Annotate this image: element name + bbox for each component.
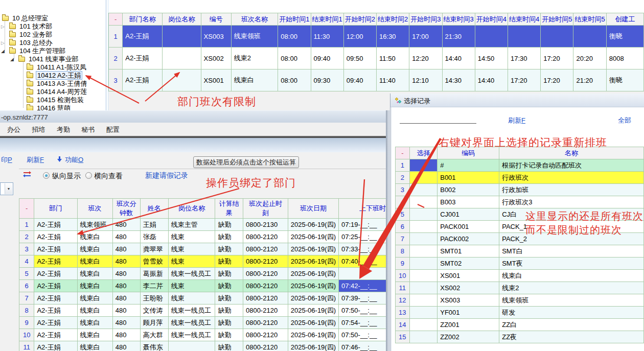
cell[interactable] (163, 26, 201, 48)
cell[interactable]: A2-王娟 (123, 48, 163, 69)
cell-select[interactable] (409, 172, 438, 184)
roster-row[interactable]: 1 A2-王娟 线束领班 480 王娟 线束主管 缺勤 0800-2130 20… (19, 219, 387, 231)
cell-select[interactable] (409, 245, 438, 258)
cell-name[interactable]: 行政班次 (499, 172, 644, 184)
cell-range[interactable]: 0800-2120 (243, 243, 288, 255)
row-number[interactable]: 5 (19, 268, 34, 280)
cell-clock[interactable]: 07:25-__:__ (339, 231, 387, 243)
menu-attendance[interactable]: 考勤 (57, 125, 72, 134)
col-header[interactable]: - (109, 13, 123, 26)
cell-minutes[interactable]: 480 (112, 243, 140, 255)
cell[interactable]: 11:40 (377, 69, 409, 91)
cell-date[interactable]: 2025-06-19(四) (288, 292, 338, 305)
shift-row[interactable]: 2 A2-王娟 XS002 线束2 08:00 09:40 09:50 11:5… (109, 48, 644, 69)
cell-clock[interactable]: 07:40-__:__ (339, 255, 387, 268)
cell-position[interactable]: 线束一线员工 (168, 329, 215, 341)
cell-shift[interactable]: 线束白 (77, 317, 112, 329)
cell-position[interactable]: 线束 (168, 292, 215, 305)
tree-item[interactable]: 1041 线束事业部 (0, 55, 106, 63)
cell-minutes[interactable]: 480 (112, 280, 140, 292)
cell-range[interactable]: 0800-2120 (243, 317, 288, 329)
cell-code[interactable]: PACK002 (438, 233, 499, 245)
col-header[interactable]: 开始时间4 (475, 13, 508, 26)
cell-minutes[interactable]: 480 (112, 255, 140, 268)
cell-position[interactable]: 线束一线员工 (168, 317, 215, 329)
cell-range[interactable]: 0800-2120 (243, 255, 288, 268)
row-number[interactable]: 2 (109, 48, 123, 69)
cell[interactable] (163, 69, 201, 91)
cell[interactable]: 08:00 (278, 26, 311, 48)
cell-date[interactable]: 2025-06-19(四) (288, 280, 338, 292)
cell[interactable]: 21:20 (573, 69, 606, 91)
row-number[interactable]: 7 (396, 233, 410, 245)
col-header[interactable]: 结束时间4 (508, 13, 541, 26)
cell-dept[interactable]: A2-王娟 (34, 305, 77, 317)
tree-item-label[interactable]: 10416 慧萌 (36, 104, 72, 110)
cell-code[interactable]: YF001 (438, 307, 499, 319)
cell-dept[interactable]: A2-王娟 (34, 268, 77, 280)
cell-code[interactable]: ZZ002 (438, 331, 499, 343)
cell[interactable]: 14:50 (475, 48, 508, 69)
cell-shift[interactable]: 线束白 (77, 243, 112, 255)
tree-item[interactable]: 101 技术部 (0, 22, 106, 31)
cell-shift[interactable]: 线束白 (77, 341, 112, 351)
cell-code[interactable]: SMT02 (438, 258, 499, 270)
cell[interactable]: 09:40 (311, 48, 343, 69)
cell[interactable]: XS001 (201, 69, 231, 91)
tree-item[interactable]: 10416 慧萌 (0, 104, 106, 110)
cell-name[interactable]: SMT白 (499, 245, 644, 258)
row-number[interactable]: 8 (19, 305, 34, 317)
col-header[interactable]: 部门 (34, 199, 77, 219)
col-header[interactable]: - (396, 147, 410, 159)
cell-select[interactable] (409, 258, 438, 270)
roster-row[interactable]: 5 A2-王娟 线束白 480 葛振新 线束一线员工 缺勤 0800-2120 … (19, 268, 387, 280)
cell-clock[interactable]: 07:50-__:__ (339, 329, 387, 341)
cell-code[interactable]: SMT01 (438, 245, 499, 258)
cell-clock[interactable]: 07:54-__:__ (339, 317, 387, 329)
dialog-all-link[interactable]: 全部 (618, 116, 631, 125)
cell[interactable]: 12:10 (409, 69, 442, 91)
tree-item-label[interactable]: 10 总经理室 (11, 14, 49, 22)
cell-code[interactable]: XS002 (438, 282, 499, 294)
refresh-link[interactable]: 刷新F (27, 155, 44, 165)
col-header[interactable]: 班次分钟数 (112, 199, 140, 219)
cell-dept[interactable]: A2-王娟 (34, 231, 77, 243)
cell-result[interactable]: 缺勤 (215, 305, 243, 317)
cell[interactable]: 17:20 (541, 69, 573, 91)
row-number[interactable]: 4 (396, 196, 410, 208)
dialog-row[interactable]: 15 ZZ002 ZZ夜 (396, 331, 644, 343)
row-number[interactable]: 10 (396, 270, 410, 282)
dialog-row[interactable]: 10 XS001 线束白 (396, 270, 644, 282)
cell-position[interactable]: 线束 (168, 255, 215, 268)
row-number[interactable]: 6 (19, 280, 34, 292)
print-link[interactable]: 印P (1, 155, 12, 165)
row-number[interactable]: 11 (19, 341, 34, 351)
row-number[interactable]: 3 (396, 184, 410, 196)
menu-secretary[interactable]: 秘书 (81, 125, 97, 134)
cell[interactable] (508, 26, 541, 48)
cell-name[interactable]: 顾月萍 (140, 317, 168, 329)
cell-position[interactable]: 线束主管 (168, 219, 215, 231)
row-number[interactable]: 1 (19, 219, 34, 231)
row-number[interactable]: 3 (109, 69, 123, 91)
cell-name[interactable]: SMT夜 (499, 258, 644, 270)
col-header[interactable]: 结束时间1 (311, 13, 343, 26)
filter-combobox[interactable]: ▼ (0, 182, 13, 195)
cell[interactable]: 17:30 (508, 48, 541, 69)
cell-date[interactable]: 2025-06-19(四) (288, 219, 338, 231)
cell-name[interactable]: 文传涛 (140, 305, 168, 317)
col-header[interactable]: 结束时间5 (573, 13, 606, 26)
cell-code[interactable]: XS001 (438, 270, 499, 282)
row-number[interactable]: 9 (396, 258, 410, 270)
cell-result[interactable]: 缺勤 (215, 341, 243, 351)
cell-name[interactable]: 线束2 (499, 282, 644, 294)
window-titlebar[interactable]: -op.sznldz:7777 (0, 110, 387, 123)
expand-icon[interactable] (10, 55, 18, 63)
cell[interactable] (573, 26, 606, 48)
cell-clock[interactable]: 07:46-__:__ (339, 341, 387, 351)
cell-code[interactable]: B003 (438, 196, 499, 208)
cell-name[interactable]: 线束白 (499, 270, 644, 282)
tree-item-label[interactable]: 10413 A3-王倩倩 (36, 80, 88, 87)
row-number[interactable]: 4 (19, 255, 34, 268)
cell-name[interactable]: 高大群 (140, 329, 168, 341)
